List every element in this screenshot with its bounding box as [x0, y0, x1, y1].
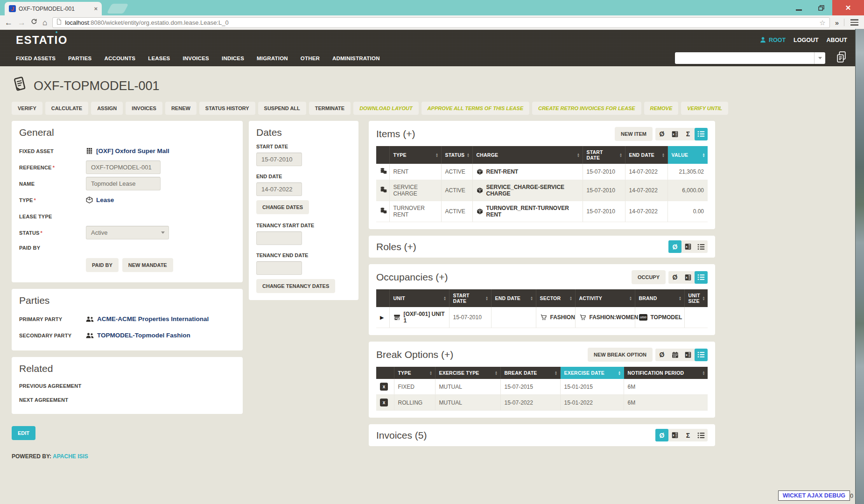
tab-close-icon[interactable]: × — [94, 5, 98, 12]
select-caret[interactable] — [814, 52, 825, 64]
browser-menu-icon[interactable] — [850, 18, 859, 27]
renew-button[interactable]: RENEW — [165, 102, 197, 115]
calendar-icon[interactable] — [668, 349, 681, 361]
break-col-exercise-type[interactable]: EXERCISE TYPE▲▼ — [435, 367, 500, 379]
list-view-icon[interactable] — [695, 271, 708, 284]
occupancies-col-unit-size[interactable]: UNIT SIZE▲▼ — [684, 289, 708, 307]
back-icon[interactable]: ← — [5, 19, 13, 27]
terminate-button[interactable]: TERMINATE — [309, 102, 351, 115]
list-view-icon[interactable] — [695, 128, 708, 140]
delete-icon[interactable]: x — [380, 399, 388, 406]
items-col-status[interactable]: STATUS▲▼ — [441, 146, 472, 164]
new-item-button[interactable]: NEW ITEM — [615, 127, 653, 141]
nav-accounts[interactable]: ACCOUNTS — [104, 56, 135, 61]
new-mandate-button[interactable]: NEW MANDATE — [122, 258, 173, 272]
verify-until-button[interactable]: VERIFY UNTIL — [681, 102, 728, 115]
wicket-ajax-debug[interactable]: WICKET AJAX DEBUG — [778, 490, 850, 501]
minimize-button[interactable] — [787, 0, 810, 15]
forward-icon[interactable]: → — [18, 19, 26, 27]
table-row[interactable]: x FIXED MUTUAL 15-07-2015 15-01-2015 6M — [376, 379, 708, 395]
items-col-type[interactable]: TYPE▲▼ — [389, 146, 441, 164]
approve-all-terms-button[interactable]: APPROVE ALL TERMS OF THIS LEASE — [421, 102, 529, 115]
start-date-field[interactable]: 15-07-2010 — [256, 153, 302, 166]
home-icon[interactable]: ⌂ — [42, 19, 47, 27]
occupancies-col-activity[interactable]: ACTIVITY▲▼ — [575, 289, 635, 307]
user-menu[interactable]: ROOT — [759, 36, 786, 43]
table-row[interactable]: RENT ACTIVE RENT-RENT 15-07-2010 14-07-2… — [376, 164, 708, 180]
table-row[interactable]: SERVICE CHARGE ACTIVE SERVICE_CHARGE-SER… — [376, 180, 708, 201]
estatio-logo[interactable]: ESTATIO — [16, 34, 68, 47]
new-tab-button[interactable] — [106, 4, 128, 14]
reference-field[interactable]: OXF-TOPMODEL-001 — [86, 161, 161, 174]
excel-export-icon[interactable]: x — [681, 240, 695, 253]
about-link[interactable]: ABOUT — [827, 37, 847, 43]
logout-link[interactable]: LOGOUT — [794, 37, 818, 43]
url-bar[interactable]: localhost:8080/wicket/entity/org.estatio… — [52, 17, 829, 28]
restore-button[interactable] — [810, 0, 832, 15]
download-layout-button[interactable]: DOWNLOAD LAYOUT — [353, 102, 418, 115]
nav-indices[interactable]: INDICES — [222, 56, 244, 61]
occupancies-col-end-date[interactable]: END DATE▲▼ — [491, 289, 536, 307]
fixed-asset-link[interactable]: [OXF] Oxford Super Mall — [86, 147, 169, 154]
excel-export-icon[interactable]: x — [681, 349, 695, 361]
hide-icon[interactable]: Ø — [668, 240, 681, 253]
break-col-type[interactable]: TYPE▲▼ — [394, 367, 435, 379]
table-row[interactable]: x ROLLING MUTUAL 15-07-2022 15-01-2022 6… — [376, 395, 708, 411]
assign-button[interactable]: ASSIGN — [91, 102, 123, 115]
create-retro-invoices-button[interactable]: CREATE RETRO INVOICES FOR LEASE — [532, 102, 641, 115]
items-col-start-date[interactable]: START DATE▲▼ — [583, 146, 625, 164]
table-row[interactable]: ▶ [OXF-001] UNIT 1 15-07-2010 FASHION FA… — [376, 307, 708, 328]
list-view-icon[interactable] — [695, 349, 708, 361]
table-row[interactable]: TURNOVER RENT ACTIVE TURNOVER_RENT-TURNO… — [376, 201, 708, 222]
nav-other[interactable]: OTHER — [301, 56, 320, 61]
occupy-button[interactable]: OCCUPY — [632, 270, 666, 284]
reload-icon[interactable] — [31, 18, 37, 27]
bookmark-star-icon[interactable]: ☆ — [819, 19, 825, 26]
occupancies-col-sector[interactable]: SECTOR▲▼ — [536, 289, 575, 307]
status-history-button[interactable]: STATUS HISTORY — [199, 102, 255, 115]
edit-button[interactable]: EDIT — [12, 426, 35, 440]
excel-export-icon[interactable]: x — [668, 128, 681, 140]
summary-sigma-icon[interactable]: Σ — [681, 128, 695, 140]
delete-icon[interactable]: x — [380, 383, 388, 391]
browser-tab[interactable]: J OXF-TOPMODEL-001 × — [5, 2, 102, 15]
nav-parties[interactable]: PARTIES — [68, 56, 91, 61]
apache-isis-link[interactable]: APACHE ISIS — [53, 453, 88, 460]
break-col-exercise-date[interactable]: EXERCISE DATE▲▼ — [560, 367, 624, 379]
occupancies-col-unit[interactable]: UNIT▲▼ — [389, 289, 449, 307]
hide-icon[interactable]: Ø — [655, 349, 668, 361]
verify-button[interactable]: VERIFY — [12, 102, 42, 115]
nav-migration[interactable]: MIGRATION — [257, 56, 288, 61]
close-button[interactable]: ✕ — [832, 0, 864, 15]
excel-export-icon[interactable]: x — [681, 271, 695, 284]
copy-pages-icon[interactable] — [836, 51, 847, 65]
break-col-break-date[interactable]: BREAK DATE▲▼ — [500, 367, 560, 379]
end-date-field[interactable]: 14-07-2022 — [256, 182, 302, 196]
tenancy-end-date-field[interactable] — [256, 261, 302, 275]
scrollbar[interactable] — [855, 29, 864, 504]
items-col-value[interactable]: VALUE▲▼ — [667, 146, 708, 164]
suspend-all-button[interactable]: SUSPEND ALL — [258, 102, 306, 115]
primary-party-link[interactable]: ACME-ACME Properties International — [86, 315, 209, 322]
play-icon[interactable]: ▶ — [380, 315, 384, 320]
toolbar-overflow-icon[interactable]: » — [835, 19, 839, 27]
nav-administration[interactable]: ADMINISTRATION — [332, 56, 380, 61]
remove-button[interactable]: REMOVE — [644, 102, 679, 115]
list-view-icon[interactable] — [695, 429, 708, 441]
global-search-select[interactable] — [675, 52, 825, 64]
tenancy-start-date-field[interactable] — [256, 231, 302, 245]
calculate-button[interactable]: CALCULATE — [45, 102, 88, 115]
list-view-icon[interactable] — [695, 240, 708, 253]
hide-icon[interactable]: Ø — [668, 271, 681, 284]
items-col-end-date[interactable]: END DATE▲▼ — [625, 146, 667, 164]
hide-icon[interactable]: Ø — [655, 128, 668, 140]
change-dates-button[interactable]: CHANGE DATES — [256, 200, 309, 214]
paid-by-button[interactable]: PAID BY — [86, 258, 119, 272]
nav-fixed-assets[interactable]: FIXED ASSETS — [16, 56, 56, 61]
change-tenancy-dates-button[interactable]: CHANGE TENANCY DATES — [256, 279, 335, 293]
status-select[interactable]: Active — [86, 226, 169, 239]
new-break-option-button[interactable]: NEW BREAK OPTION — [588, 348, 653, 362]
break-col-notification-period[interactable]: NOTIFICATION PERIOD▲▼ — [624, 367, 708, 379]
items-col-charge[interactable]: CHARGE▲▼ — [472, 146, 583, 164]
name-field[interactable]: Topmodel Lease — [86, 177, 161, 190]
